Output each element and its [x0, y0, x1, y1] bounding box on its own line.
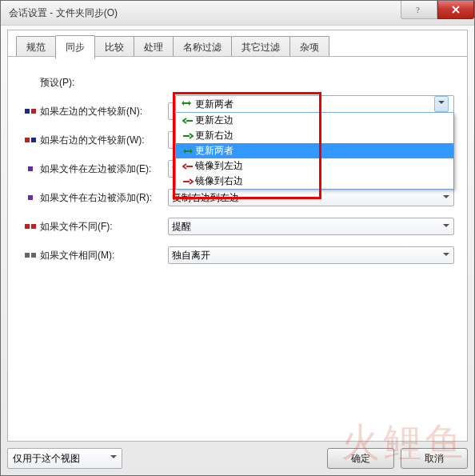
preset-option-label: 镜像到左边: [195, 159, 243, 173]
tab-strip: 规范 同步 比较 处理 名称过滤 其它过滤 杂项: [16, 30, 329, 59]
sync-both-icon: [181, 98, 192, 110]
svg-text:?: ?: [416, 5, 420, 14]
combo-same-value: 独自离开: [172, 249, 210, 262]
arrow-right-icon: [181, 132, 195, 140]
preset-option-update-right[interactable]: 更新右边: [176, 128, 453, 143]
preset-option-mirror-left[interactable]: 镜像到左边: [176, 158, 453, 174]
help-icon: ?: [414, 5, 424, 14]
help-button[interactable]: ?: [401, 1, 437, 19]
mirror-right-icon: [181, 178, 195, 186]
marks-left-newer: [21, 109, 40, 114]
row-right-added: 如果文件在右边被添加(R): 复制右边到左边: [21, 186, 454, 209]
close-button[interactable]: [437, 1, 474, 19]
preset-option-update-both[interactable]: 更新两者: [176, 143, 453, 158]
preset-combo[interactable]: 更新两者: [175, 95, 454, 113]
combo-right-added-value: 复制右边到左边: [172, 191, 239, 205]
ok-button[interactable]: 确定: [327, 448, 394, 469]
dialog-window: 会话设置 - 文件夹同步(O) ? 规范 同步 比较 处理 名称过滤 其它过滤 …: [0, 0, 475, 476]
tab-sync[interactable]: 同步: [55, 35, 95, 59]
preset-combo-value: 更新两者: [195, 98, 234, 111]
combo-same[interactable]: 独自离开: [168, 246, 454, 264]
dialog-footer: 仅用于这个视图 确定 取消: [7, 446, 468, 470]
row-different: 如果文件不同(F): 提醒: [21, 215, 454, 238]
label-different: 如果文件不同(F):: [40, 220, 168, 234]
arrow-both-icon: [181, 147, 195, 155]
label-same: 如果文件相同(M):: [40, 249, 168, 262]
close-icon: [451, 5, 461, 14]
window-buttons: ?: [401, 1, 474, 25]
cancel-button[interactable]: 取消: [401, 448, 468, 469]
label-left-added: 如果文件在左边被添加(E):: [40, 162, 168, 176]
preset-option-label: 更新左边: [195, 114, 234, 127]
view-scope-combo[interactable]: 仅用于这个视图: [7, 448, 122, 469]
preset-option-mirror-right[interactable]: 镜像到右边: [176, 174, 453, 189]
combo-different[interactable]: 提醒: [168, 218, 454, 235]
marks-same: [21, 253, 40, 258]
row-same: 如果文件相同(M): 独自离开: [21, 244, 454, 266]
view-scope-value: 仅用于这个视图: [13, 452, 80, 466]
mirror-left-icon: [181, 162, 195, 170]
titlebar: 会话设置 - 文件夹同步(O) ?: [1, 1, 474, 26]
label-right-newer: 如果右边的文件较新(W):: [40, 134, 168, 147]
combo-different-value: 提醒: [172, 220, 191, 234]
preset-option-label: 镜像到右边: [195, 174, 243, 188]
sync-panel: 预设(P): 如果左边的文件较新(N): 如果右边的文件较新(W): 如果文件在…: [8, 56, 467, 441]
marks-right-newer: [21, 138, 40, 142]
label-right-added: 如果文件在右边被添加(R):: [40, 191, 168, 205]
preset-option-update-left[interactable]: 更新左边: [176, 113, 453, 128]
combo-right-added[interactable]: 复制右边到左边: [168, 189, 454, 206]
window-title: 会话设置 - 文件夹同步(O): [9, 6, 118, 20]
marks-different: [21, 224, 40, 229]
label-left-newer: 如果左边的文件较新(N):: [40, 105, 168, 118]
preset-option-label: 更新两者: [195, 144, 234, 158]
dropdown-arrow-icon: [434, 96, 449, 112]
client-area: 规范 同步 比较 处理 名称过滤 其它过滤 杂项 预设(P): 如果左边的文件较…: [7, 30, 468, 442]
preset-option-label: 更新右边: [195, 129, 234, 142]
preset-label: 预设(P):: [40, 76, 168, 90]
arrow-left-icon: [181, 117, 195, 125]
row-preset: 预设(P):: [21, 71, 454, 94]
preset-option-list: 更新左边 更新右边 更新两者 镜像到左边: [175, 113, 454, 190]
preset-dropdown: 更新两者 更新左边 更新右边 更新两者: [175, 95, 454, 190]
marks-right-added: [21, 195, 40, 200]
marks-left-added: [21, 166, 40, 171]
